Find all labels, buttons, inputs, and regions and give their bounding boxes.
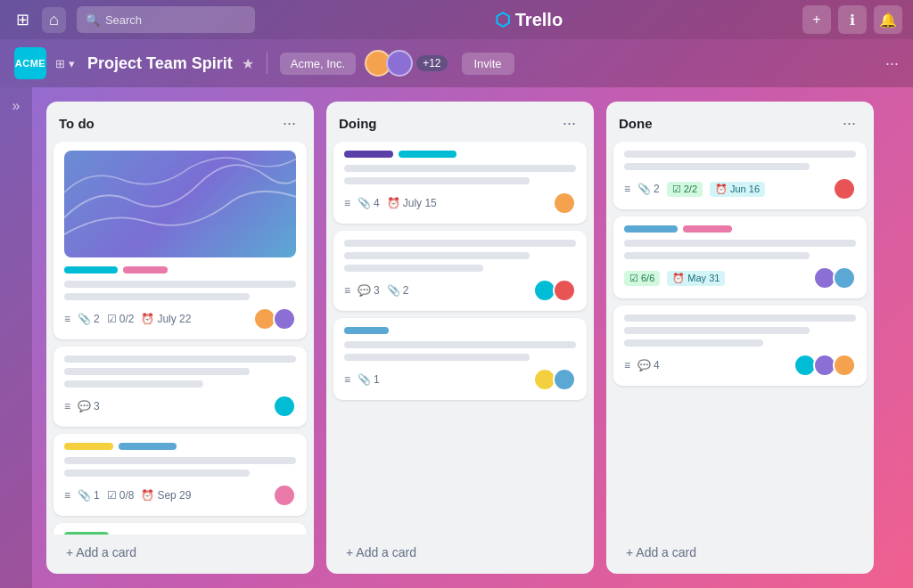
card-tags — [344, 151, 576, 158]
add-card-done[interactable]: + Add a card — [613, 538, 867, 567]
info-button[interactable]: ℹ — [838, 5, 867, 34]
meta-attachments: 📎1 — [358, 373, 380, 386]
attach-count: 1 — [94, 489, 100, 502]
tag — [344, 151, 393, 158]
meta-description: ≡ — [624, 183, 630, 195]
card-avatars — [273, 395, 296, 418]
attach-count: 2 — [94, 313, 100, 325]
column-more-todo[interactable]: ··· — [277, 112, 301, 135]
workspace-logo[interactable]: ACME — [14, 47, 46, 79]
board-switcher[interactable]: ⊞ ▾ — [55, 57, 75, 70]
add-card-todo[interactable]: + Add a card — [53, 538, 307, 567]
card-text — [344, 341, 576, 348]
card-tags — [344, 327, 576, 334]
column-body-done: ≡ 📎2 ☑2/2 ⏰Jun 16 — [606, 142, 874, 535]
tag — [64, 266, 118, 274]
card-doing-2[interactable]: ≡ 💬3 📎2 — [333, 231, 587, 311]
workspace-badge[interactable]: Acme, Inc. — [280, 53, 356, 75]
board-area: » To do ··· — [0, 87, 913, 588]
check-icon: ☑ — [107, 313, 117, 325]
desc-icon: ≡ — [344, 197, 350, 209]
clock-icon: ⏰ — [141, 313, 154, 325]
dropdown-icon: ▾ — [69, 57, 75, 70]
card-avatars — [273, 484, 296, 507]
card-doing-1[interactable]: ≡ 📎4 ⏰July 15 — [333, 142, 587, 224]
card-tags — [64, 266, 296, 274]
date-text: Jun 16 — [730, 184, 760, 194]
star-icon[interactable]: ★ — [242, 55, 254, 72]
card-doing-3[interactable]: ≡ 📎1 — [333, 318, 587, 400]
card-done-2[interactable]: ☑6/6 ⏰May 31 — [613, 216, 867, 298]
card-text — [344, 252, 530, 259]
grid-icon[interactable]: ⊞ — [11, 6, 35, 33]
add-card-doing[interactable]: + Add a card — [333, 538, 587, 567]
comment-icon: 💬 — [358, 284, 371, 297]
meta-description: ≡ — [64, 313, 70, 325]
card-text — [64, 293, 250, 300]
card-meta: ≡ 💬3 📎2 — [344, 279, 576, 302]
card-text — [64, 457, 296, 464]
check-count: 0/2 — [119, 313, 135, 325]
avatar[interactable] — [386, 50, 413, 77]
meta-attachments: 📎1 — [78, 489, 100, 502]
meta-attachments: 📎2 — [387, 284, 409, 297]
extra-members-count[interactable]: +12 — [416, 55, 447, 71]
card-text — [344, 265, 483, 272]
date-text: July 22 — [157, 313, 191, 325]
card-text — [64, 470, 250, 477]
tag — [64, 443, 113, 450]
column-header-doing: Doing ··· — [326, 102, 594, 142]
card-todo-4[interactable] — [53, 523, 307, 535]
card-avatar — [273, 484, 296, 507]
collapse-icon[interactable]: » — [12, 98, 21, 114]
card-meta: ≡ 📎4 ⏰July 15 — [344, 192, 576, 215]
column-more-doing[interactable]: ··· — [557, 112, 581, 135]
board-content: To do ··· — [32, 87, 888, 588]
comment-icon: 💬 — [637, 359, 651, 372]
comment-count: 3 — [94, 400, 100, 412]
meta-date: ⏰July 22 — [141, 313, 191, 325]
meta-checklist: ☑0/8 — [107, 489, 135, 502]
card-text — [64, 355, 296, 363]
member-avatars: +12 — [365, 50, 447, 77]
card-avatar — [553, 279, 576, 302]
card-avatars — [253, 307, 296, 331]
meta-description: ≡ — [64, 489, 70, 502]
card-meta: ≡ 💬4 — [624, 354, 856, 377]
card-todo-1[interactable]: ≡ 📎2 ☑0/2 ⏰July 22 — [53, 142, 307, 339]
meta-attachments: 📎2 — [637, 183, 660, 195]
card-todo-3[interactable]: ≡ 📎1 ☑0/8 ⏰Sep 29 — [53, 434, 307, 516]
column-body-doing: ≡ 📎4 ⏰July 15 ≡ 💬3 — [326, 142, 594, 535]
divider — [267, 53, 267, 74]
check-icon: ☑ — [629, 273, 638, 284]
attach-icon: 📎 — [78, 313, 91, 325]
board-more-button[interactable]: ··· — [885, 54, 899, 73]
trello-logo-icon: ⬡ — [495, 9, 510, 30]
card-text — [344, 354, 530, 361]
home-icon[interactable]: ⌂ — [42, 7, 66, 33]
tag — [624, 225, 678, 233]
card-done-3[interactable]: ≡ 💬4 — [613, 306, 867, 386]
invite-button[interactable]: Invite — [462, 53, 514, 75]
meta-comments: 💬3 — [358, 284, 380, 297]
add-button[interactable]: + — [802, 5, 831, 34]
date-text: May 31 — [687, 273, 720, 283]
column-more-done[interactable]: ··· — [837, 112, 861, 135]
clock-icon: ⏰ — [672, 273, 685, 284]
board-header: ACME ⊞ ▾ Project Team Spirit ★ Acme, Inc… — [0, 39, 913, 87]
meta-comments: 💬3 — [78, 400, 100, 412]
app-logo: ⬡ Trello — [262, 9, 795, 30]
attach-icon: 📎 — [358, 373, 371, 386]
card-text — [624, 240, 856, 247]
card-avatar — [833, 177, 856, 200]
notifications-button[interactable]: 🔔 — [874, 5, 902, 34]
tag — [683, 225, 732, 233]
column-title-doing: Doing — [339, 116, 557, 131]
card-todo-2[interactable]: ≡ 💬3 — [53, 347, 307, 427]
card-done-1[interactable]: ≡ 📎2 ☑2/2 ⏰Jun 16 — [613, 142, 867, 209]
meta-description: ≡ — [64, 400, 70, 412]
card-avatars — [794, 354, 856, 377]
desc-icon: ≡ — [64, 489, 70, 502]
search-bar[interactable]: 🔍 Search — [77, 6, 255, 33]
card-meta: ≡ 📎2 ☑2/2 ⏰Jun 16 — [624, 177, 856, 200]
